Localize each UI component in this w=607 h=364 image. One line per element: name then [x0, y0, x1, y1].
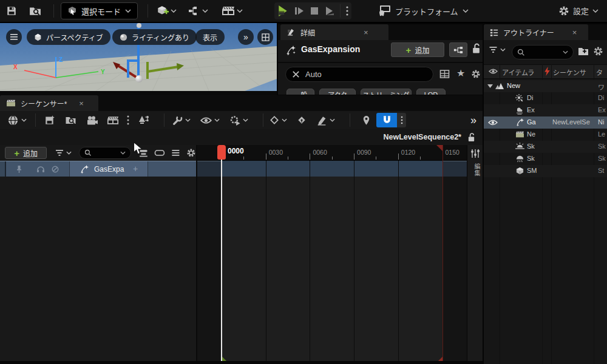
- skip-frame-icon[interactable]: [294, 5, 305, 16]
- world-dropdown[interactable]: [7, 115, 27, 126]
- viewport-perspective-dropdown[interactable]: パースペクティブ: [27, 29, 110, 45]
- expander-icon[interactable]: [487, 84, 493, 88]
- range-end-line[interactable]: [443, 145, 444, 361]
- outliner-row[interactable]: Ex Ex: [484, 104, 607, 116]
- tab-details[interactable]: 詳細 ×: [280, 24, 388, 40]
- render-movie-icon[interactable]: [107, 115, 119, 126]
- save-sequence-icon[interactable]: [44, 115, 55, 126]
- track-header-row[interactable]: GasExpa +: [0, 161, 196, 177]
- expand-range-icon[interactable]: [154, 149, 165, 157]
- track-list-icon[interactable]: [171, 149, 180, 157]
- viewport-menu-button[interactable]: [6, 29, 22, 45]
- platforms-dropdown[interactable]: プラットフォーム: [378, 5, 469, 17]
- toolbar-overflow-icon[interactable]: »: [470, 114, 476, 127]
- close-icon[interactable]: ×: [79, 99, 84, 107]
- details-settings-icon[interactable]: [471, 69, 481, 79]
- range-start-bottom-marker: [222, 357, 226, 361]
- settings-dropdown[interactable]: 設定: [558, 5, 599, 16]
- keyframe-options-dropdown[interactable]: [270, 115, 287, 125]
- details-filter-lod[interactable]: LOD: [416, 89, 446, 95]
- viewport-expand-button[interactable]: »: [238, 29, 254, 45]
- camera-icon[interactable]: [86, 115, 98, 126]
- stop-icon[interactable]: [310, 6, 319, 16]
- favorites-star-icon[interactable]: ★: [456, 67, 465, 79]
- sliders-icon[interactable]: [470, 149, 480, 158]
- play-icon[interactable]: [277, 5, 289, 17]
- select-mode-dropdown[interactable]: 選択モード: [61, 2, 138, 19]
- timeline-zone[interactable]: 00300060009001200150 0000: [197, 145, 467, 361]
- blueprints-dropdown[interactable]: [188, 5, 208, 16]
- advance-icon[interactable]: [324, 5, 335, 16]
- outliner-row[interactable]: Di Di: [484, 92, 607, 104]
- close-icon[interactable]: ×: [572, 29, 577, 36]
- outliner-row[interactable]: SM St: [484, 165, 607, 177]
- close-icon[interactable]: ×: [364, 29, 368, 36]
- clear-search-icon[interactable]: [292, 70, 300, 78]
- track-filter-dropdown[interactable]: [55, 149, 72, 157]
- track-name-cell[interactable]: GasExpa +: [69, 161, 148, 177]
- play-options-icon[interactable]: [345, 5, 349, 16]
- property-matrix-icon[interactable]: [439, 69, 450, 79]
- outliner-row[interactable]: Sk Sk: [484, 141, 607, 153]
- browse-sequence-icon[interactable]: [65, 115, 76, 126]
- viewport-show-dropdown[interactable]: 表示: [195, 29, 225, 45]
- lock-open-icon[interactable]: [467, 133, 475, 142]
- details-search-value: Auto: [305, 70, 322, 79]
- toolbar-separator: [53, 4, 54, 18]
- viewport[interactable]: Z Y X パースペクティブ ライティングあり 表示 »: [0, 23, 277, 95]
- details-filter-general[interactable]: 一般: [287, 89, 314, 95]
- track-search-input[interactable]: [79, 147, 131, 159]
- outliner-row[interactable]: Ne Le: [484, 129, 607, 141]
- outliner-row-selected[interactable]: Ga NewLevelSe Ni: [484, 116, 607, 129]
- edit-mode-dropdown[interactable]: [316, 115, 335, 126]
- lock-open-icon[interactable]: [472, 43, 481, 54]
- details-search-input[interactable]: Auto: [285, 67, 433, 82]
- mouse-cursor: [133, 142, 143, 155]
- timeline-gridline: [266, 161, 266, 361]
- outliner-row-level[interactable]: New ワ: [484, 80, 607, 92]
- viewport-lit-dropdown[interactable]: ライティングあり: [112, 29, 197, 45]
- sequencer-settings-icon[interactable]: [186, 148, 196, 158]
- tab-sequencer[interactable]: シーケンサー* ×: [0, 95, 98, 111]
- sequence-name[interactable]: NewLevelSequence2*: [383, 133, 461, 141]
- tab-outliner[interactable]: アウトライナー ×: [484, 24, 588, 40]
- visibility-eye-icon[interactable]: [488, 119, 498, 126]
- curve-editor-strip[interactable]: 編集: [467, 145, 483, 361]
- sequencer-add-button[interactable]: + 追加: [5, 147, 47, 159]
- playhead-line[interactable]: [221, 160, 222, 361]
- details-filter-streaming[interactable]: ストリーミング: [361, 89, 412, 95]
- details-filter-actor[interactable]: アクタ: [319, 89, 356, 95]
- edit-blueprint-button[interactable]: [449, 42, 467, 57]
- auto-key-icon[interactable]: [297, 115, 307, 125]
- new-folder-icon[interactable]: [578, 46, 589, 56]
- marker-pin-icon[interactable]: [362, 115, 370, 126]
- playback-speed-dropdown[interactable]: [229, 115, 248, 126]
- actor-keys-icon[interactable]: [137, 115, 151, 126]
- add-component-button[interactable]: + 追加: [391, 42, 444, 57]
- content-browser-icon[interactable]: [29, 5, 41, 17]
- range-end-marker[interactable]: [436, 145, 443, 151]
- cinematics-dropdown[interactable]: [222, 5, 243, 16]
- outliner-search-input[interactable]: [512, 45, 574, 59]
- timeline-gridline: [310, 161, 310, 361]
- outliner-settings-icon[interactable]: [593, 46, 603, 56]
- save-icon[interactable]: [6, 5, 17, 16]
- view-options-dropdown[interactable]: [200, 116, 220, 124]
- chevron-down-icon: [237, 9, 243, 13]
- snap-options-button[interactable]: [397, 113, 406, 127]
- sequencer-options-icon[interactable]: [126, 115, 130, 126]
- outliner-column-header[interactable]: アイテムラ シーケンサ タ: [484, 64, 607, 79]
- outliner-row[interactable]: Sk Sk: [484, 153, 607, 165]
- track-list-body[interactable]: [0, 177, 196, 361]
- track-add-icon[interactable]: +: [133, 164, 138, 174]
- side-tab-label[interactable]: 編集: [472, 163, 481, 177]
- track-solo-icon[interactable]: [36, 165, 45, 173]
- track-pin-icon[interactable]: [16, 165, 22, 174]
- viewport-layout-button[interactable]: [257, 29, 273, 45]
- add-actor-dropdown[interactable]: [157, 5, 177, 17]
- outliner-filter-dropdown[interactable]: [489, 46, 506, 53]
- track-mute-icon[interactable]: [52, 166, 59, 173]
- playback-options-dropdown[interactable]: [172, 115, 191, 126]
- playhead-marker[interactable]: [217, 145, 226, 160]
- snap-magnet-button[interactable]: [376, 113, 397, 127]
